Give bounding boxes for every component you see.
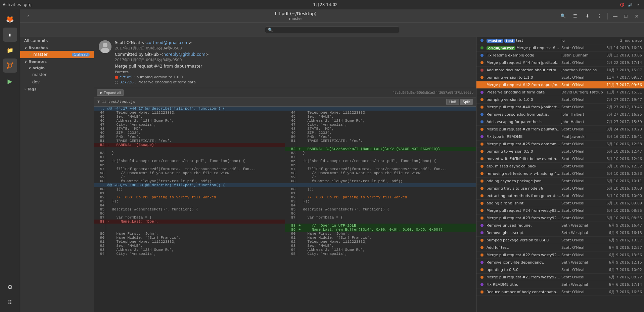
tray-network-icon[interactable] <box>619 2 625 8</box>
tray-power-icon[interactable]: ⚡ <box>635 2 641 8</box>
datetime-label: 1月28 14:02 <box>313 2 337 7</box>
tray-sound-icon[interactable]: 🔊 <box>627 2 633 8</box>
topbar: Activities gitg 1月28 14:02 🔊 ⚡ <box>0 0 644 9</box>
activities-label[interactable]: Activities <box>3 2 21 7</box>
app-name-label: gitg <box>24 2 32 7</box>
